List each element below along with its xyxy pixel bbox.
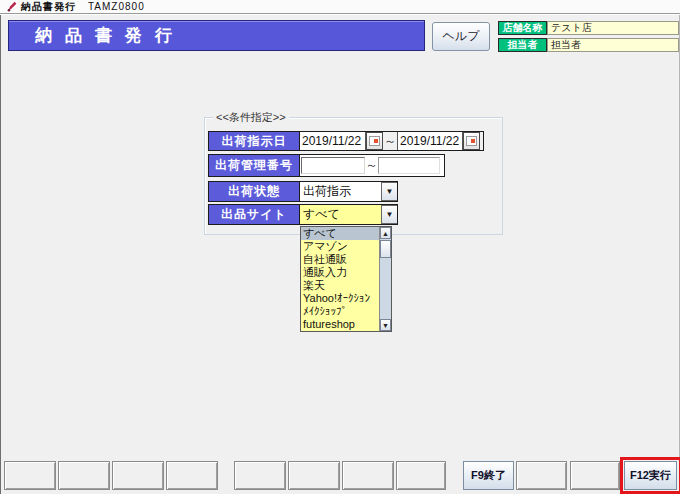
- ship-number-to-input[interactable]: [378, 157, 440, 174]
- dropdown-option[interactable]: 楽天: [301, 279, 379, 292]
- calendar-icon: [369, 136, 380, 146]
- number-range-separator: ～: [365, 157, 378, 174]
- chevron-down-icon: ▼: [386, 187, 394, 196]
- dropdown-scrollbar[interactable]: ▲ ▼: [379, 227, 391, 331]
- condition-group-title: <<条件指定>>: [213, 110, 289, 125]
- fkey-slot-1[interactable]: [4, 461, 56, 490]
- ship-number-label: 出荷管理番号: [209, 155, 300, 176]
- fkey-slot-11[interactable]: [570, 461, 620, 490]
- fkey-slot-8[interactable]: [396, 461, 446, 490]
- fkey-slot-10[interactable]: [516, 461, 567, 490]
- fkey-slot-5[interactable]: [234, 461, 286, 490]
- dropdown-option[interactable]: 自社通販: [301, 253, 379, 266]
- ship-status-combobox[interactable]: 出荷指示: [300, 182, 381, 201]
- fkey-slot-2[interactable]: [58, 461, 110, 490]
- dropdown-option[interactable]: Yahoo!ｵｰｸｼｮﾝ: [301, 292, 379, 305]
- ship-status-row: 出荷状態 出荷指示 ▼: [208, 181, 398, 202]
- ship-number-zone: ～: [300, 155, 444, 176]
- ship-date-to-calendar-button[interactable]: [463, 132, 480, 150]
- app-window: 納品書発行 TAMZ0800 納品書発行 ヘルプ 店舗名称 テスト店 担当者 担…: [0, 0, 680, 494]
- dropdown-option[interactable]: futureshop: [301, 318, 379, 331]
- dropdown-option[interactable]: すべて: [301, 227, 379, 240]
- page-title: 納品書発行: [8, 20, 425, 51]
- date-range-separator: ～: [383, 132, 397, 150]
- fkey-slot-7[interactable]: [342, 461, 394, 490]
- help-button[interactable]: ヘルプ: [432, 22, 490, 51]
- window-title-code: TAMZ0800: [88, 1, 145, 12]
- ship-status-label: 出荷状態: [209, 182, 300, 201]
- dropdown-options: すべて アマゾン 自社通販 通販入力 楽天 Yahoo!ｵｰｸｼｮﾝ ﾒｲｸｼｮ…: [301, 227, 379, 331]
- ship-date-label: 出荷指示日: [209, 132, 300, 150]
- fkey-slot-3[interactable]: [112, 461, 164, 490]
- ship-date-from-input[interactable]: 2019/11/22: [300, 132, 366, 150]
- scroll-down-button[interactable]: ▼: [380, 319, 391, 331]
- chevron-up-icon: ▲: [382, 230, 389, 237]
- ship-status-dropdown-button[interactable]: ▼: [381, 182, 397, 201]
- person-label: 担当者: [498, 38, 547, 52]
- listing-site-combobox[interactable]: すべて: [300, 205, 381, 224]
- f9-exit-button[interactable]: F9終了: [463, 461, 514, 490]
- chevron-down-icon: ▼: [382, 322, 389, 329]
- scroll-up-button[interactable]: ▲: [380, 227, 391, 239]
- ship-date-row: 出荷指示日 2019/11/22 ～ 2019/11/22: [208, 131, 484, 151]
- listing-site-row: 出品サイト すべて ▼: [208, 204, 398, 225]
- fkey-slot-4[interactable]: [166, 461, 218, 490]
- scrollbar-thumb[interactable]: [380, 240, 391, 258]
- chevron-down-icon: ▼: [386, 210, 394, 219]
- dropdown-option[interactable]: ﾒｲｸｼｮｯﾌﾟ: [301, 305, 379, 318]
- f12-execute-button[interactable]: F12実行: [624, 461, 677, 490]
- dropdown-option[interactable]: アマゾン: [301, 240, 379, 253]
- main-area: 納品書発行 ヘルプ 店舗名称 テスト店 担当者 担当者 <<条件指定>> 出荷指…: [0, 15, 680, 494]
- ship-date-from-calendar-button[interactable]: [366, 132, 383, 150]
- dropdown-option[interactable]: 通販入力: [301, 266, 379, 279]
- window-titlebar: 納品書発行 TAMZ0800: [0, 0, 680, 14]
- store-name-value: テスト店: [547, 21, 679, 35]
- calendar-icon: [466, 136, 477, 146]
- store-name-label: 店舗名称: [498, 21, 547, 35]
- window-title: 納品書発行: [21, 0, 76, 14]
- listing-site-dropdown-button[interactable]: ▼: [381, 205, 397, 224]
- fkey-slot-6[interactable]: [288, 461, 340, 490]
- listing-site-label: 出品サイト: [209, 205, 300, 224]
- listing-site-dropdown-list: すべて アマゾン 自社通販 通販入力 楽天 Yahoo!ｵｰｸｼｮﾝ ﾒｲｸｼｮ…: [300, 226, 392, 332]
- person-value: 担当者: [547, 38, 679, 52]
- ship-number-from-input[interactable]: [301, 157, 365, 174]
- app-icon: [7, 1, 17, 12]
- ship-date-to-input[interactable]: 2019/11/22: [397, 132, 463, 150]
- ship-number-row: 出荷管理番号 ～: [208, 154, 445, 177]
